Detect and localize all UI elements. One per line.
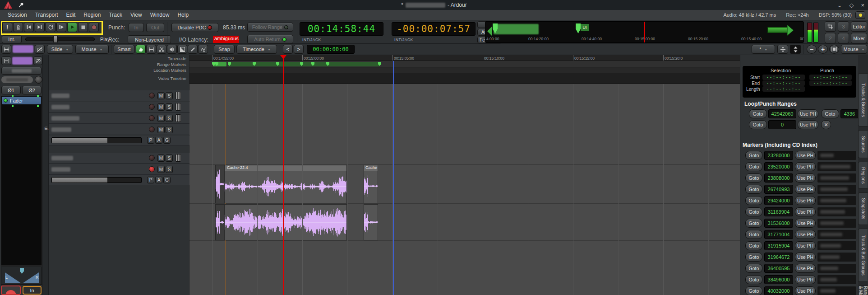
shuttle-handle[interactable] bbox=[53, 36, 58, 43]
marker-position-value[interactable]: 23520000 bbox=[764, 162, 793, 171]
zoom-in-button[interactable]: + bbox=[818, 45, 828, 54]
range-tool-button[interactable] bbox=[146, 45, 156, 54]
loop-start-use-ph-button[interactable]: Use PH bbox=[798, 109, 818, 118]
marker-goto-button[interactable]: Goto bbox=[745, 241, 762, 250]
record-enable-led[interactable] bbox=[149, 166, 155, 172]
primary-clock[interactable]: 00:14:58:44 bbox=[300, 22, 383, 36]
session-end-arrow[interactable] bbox=[767, 27, 787, 33]
shuttle-slider[interactable] bbox=[25, 37, 95, 41]
strip-color-swatch[interactable] bbox=[12, 57, 32, 65]
track-color-swatch[interactable] bbox=[13, 45, 33, 53]
pan-handle[interactable] bbox=[20, 268, 24, 274]
phase-2-button[interactable]: Ø2 bbox=[22, 86, 42, 94]
loop-goto-end-button[interactable]: Goto bbox=[821, 109, 839, 118]
nudge-forward-button[interactable]: > bbox=[294, 45, 304, 54]
marker-use-ph-button[interactable]: Use PH bbox=[795, 219, 816, 228]
marker-position-value[interactable]: 40032000 bbox=[764, 286, 793, 295]
menu-help[interactable]: Help bbox=[173, 10, 193, 20]
marker-goto-button[interactable]: Goto bbox=[745, 264, 762, 273]
minimap-left-arrow-icon[interactable] bbox=[486, 26, 493, 36]
secondary-clock-source[interactable]: INT/JACK bbox=[394, 37, 413, 42]
phase-1-button[interactable]: Ø1 bbox=[1, 86, 21, 94]
zoom-preset-dropdown[interactable]: *▼ bbox=[752, 45, 775, 54]
timecode-ruler[interactable]: 00:14:55:0000:15:00:0000:15:05:0000:15:1… bbox=[189, 55, 740, 61]
selection-end-clock[interactable]: --:--:--:-- bbox=[762, 80, 805, 86]
marker-goto-button[interactable]: Goto bbox=[745, 151, 762, 160]
marker-name-cell[interactable] bbox=[817, 241, 856, 250]
side-tab-snapshots[interactable]: Snapshots bbox=[858, 192, 868, 225]
marker-position-value[interactable]: 31964672 bbox=[764, 253, 793, 262]
audio-region[interactable] bbox=[224, 204, 347, 240]
menu-view[interactable]: View bbox=[126, 10, 146, 20]
monitor-button[interactable]: Int. bbox=[2, 35, 22, 43]
marker-use-ph-button[interactable]: Use PH bbox=[795, 207, 816, 216]
fade-tool-button[interactable] bbox=[177, 45, 187, 54]
marker-goto-button[interactable]: Goto bbox=[745, 230, 762, 239]
smart-mode-button[interactable]: Smart bbox=[114, 45, 134, 54]
g-button[interactable]: G bbox=[163, 177, 171, 183]
automation-tool-button[interactable] bbox=[198, 45, 208, 54]
mute-button[interactable]: M bbox=[157, 103, 165, 111]
marker-use-ph-button[interactable]: Use PH bbox=[795, 151, 816, 160]
strip-gain-entry[interactable] bbox=[1, 76, 33, 83]
punch-start-value[interactable]: 0 bbox=[768, 120, 796, 129]
audio-region[interactable]: Cache-22.4 bbox=[224, 165, 347, 203]
primary-clock-source[interactable]: INT/JACK bbox=[302, 37, 321, 42]
marker-name-cell[interactable] bbox=[817, 151, 856, 160]
fader-processor[interactable]: Fader bbox=[2, 97, 41, 104]
location-markers-ruler[interactable] bbox=[189, 67, 740, 73]
minimap-ui-marker-label[interactable]: UI bbox=[581, 24, 589, 31]
marker-goto-button[interactable]: Goto bbox=[745, 286, 762, 295]
marker-goto-button[interactable]: Goto bbox=[745, 173, 762, 183]
punch-end-clock[interactable]: --:--:--:-- bbox=[809, 80, 852, 86]
solo-button[interactable]: S bbox=[166, 115, 173, 122]
marker-use-ph-button[interactable]: Use PH bbox=[795, 173, 816, 183]
strip-hide-eye-icon[interactable] bbox=[33, 56, 42, 65]
marker-name-cell[interactable] bbox=[817, 185, 856, 194]
marker-name-cell[interactable] bbox=[817, 196, 856, 205]
selection-tool-window-button[interactable] bbox=[825, 21, 836, 32]
mute-button[interactable]: M bbox=[157, 155, 165, 162]
menu-track[interactable]: Track bbox=[105, 10, 126, 20]
track-gain-fader[interactable] bbox=[51, 177, 142, 183]
loop-start-value[interactable]: 42942060 bbox=[768, 109, 796, 118]
mouse-mode-dropdown[interactable]: Mouse▼ bbox=[75, 45, 109, 54]
editor-canvas[interactable]: Cache-22.4 Cache bbox=[189, 84, 740, 295]
loop-goto-start-button[interactable]: Goto bbox=[749, 109, 767, 118]
playhead-line[interactable] bbox=[283, 57, 284, 295]
trim-knob[interactable] bbox=[35, 76, 42, 84]
marker-use-ph-button[interactable]: Use PH bbox=[795, 264, 816, 273]
edit-point-clock[interactable]: 00:00:00:00 bbox=[307, 45, 355, 54]
loop-end-value[interactable]: 4336 bbox=[840, 109, 859, 118]
snap-button[interactable]: Snap bbox=[214, 45, 235, 54]
audition-tool-button[interactable] bbox=[167, 45, 177, 54]
marker-goto-button[interactable]: Goto bbox=[745, 185, 762, 194]
cut-tool-button[interactable] bbox=[157, 45, 166, 54]
shade-window-button[interactable]: ⌄ bbox=[837, 2, 842, 9]
window-4-button[interactable]: 4 bbox=[838, 33, 849, 43]
mini-timeline[interactable]: UI 4:00:0000:14:20:0000:14:40:0000:15:00… bbox=[485, 21, 804, 43]
side-tab-sources[interactable]: Sources bbox=[858, 130, 868, 158]
selection-start-clock[interactable]: --:--:--:-- bbox=[762, 75, 805, 80]
record-enable-led[interactable] bbox=[149, 93, 155, 98]
edit-mode-dropdown[interactable]: Slide▼ bbox=[47, 45, 73, 54]
editor-window-button[interactable]: Editor bbox=[851, 21, 867, 32]
grab-tool-button[interactable] bbox=[136, 45, 146, 54]
solo-button[interactable]: S bbox=[166, 103, 173, 111]
track-header[interactable]: MS bbox=[49, 124, 189, 135]
track-header[interactable]: MS bbox=[49, 153, 189, 164]
marker-position-value[interactable]: 26740993 bbox=[764, 185, 793, 194]
marker-name-cell[interactable] bbox=[817, 275, 856, 284]
fit-horizontal-icon[interactable] bbox=[1, 45, 11, 54]
track-header[interactable]: MS bbox=[49, 113, 189, 124]
marker-position-value[interactable]: 38496000 bbox=[764, 275, 793, 284]
grid-unit-dropdown[interactable]: Timecode▼ bbox=[236, 45, 277, 54]
menu-window[interactable]: Window bbox=[146, 10, 174, 20]
marker-position-value[interactable]: 23808000 bbox=[764, 173, 793, 183]
visibility-eye-icon[interactable] bbox=[35, 45, 45, 54]
menu-edit[interactable]: Edit bbox=[62, 10, 80, 20]
disable-pdc-button[interactable]: Disable PDC bbox=[171, 23, 218, 32]
record-enable-led[interactable] bbox=[149, 126, 155, 132]
record-enable-led[interactable] bbox=[149, 115, 155, 121]
punch-out-button[interactable]: Out bbox=[146, 23, 164, 32]
